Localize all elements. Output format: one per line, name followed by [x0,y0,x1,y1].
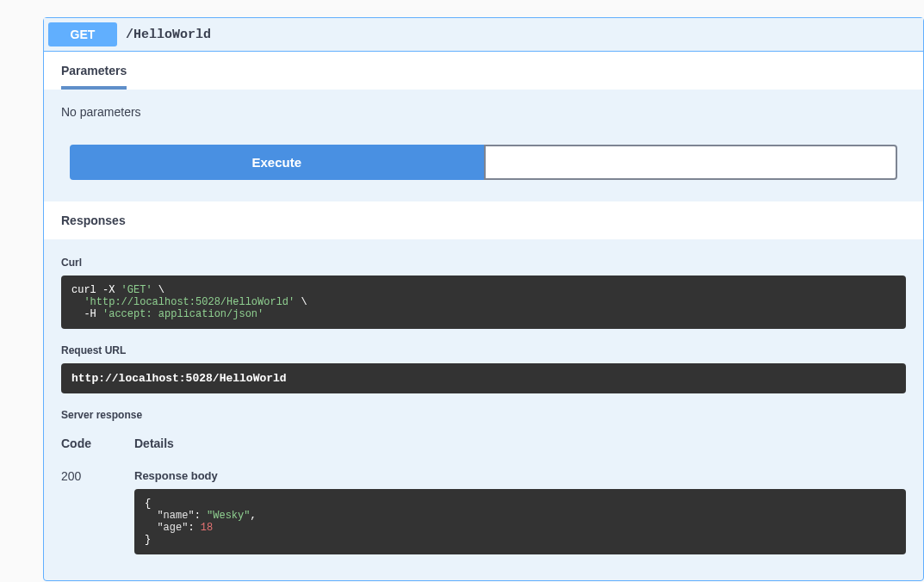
curl-url: 'http://localhost:5028/HelloWorld' [71,296,295,308]
json-close: } [145,534,151,546]
response-body-json: { "name": "Wesky", "age": 18 } [134,489,906,554]
curl-block: curl -X 'GET' \ 'http://localhost:5028/H… [61,276,906,329]
request-url-block: http://localhost:5028/HelloWorld [61,363,906,393]
method-badge: GET [48,22,117,46]
execute-button[interactable]: Execute [70,145,484,180]
execute-row: Execute [44,145,923,201]
curl-accept: 'accept: application/json' [102,308,264,320]
curl-bs2: \ [295,296,307,308]
status-code: 200 [61,469,134,554]
json-age-key: "age" [157,522,188,534]
operation-block: GET /HelloWorld Parameters No parameters… [43,17,924,581]
response-row: 200 Response body { "name": "Wesky", "ag… [61,461,906,563]
responses-header: Responses [44,201,923,239]
response-table-head: Code Details [61,428,906,461]
curl-method: 'GET' [121,284,152,296]
request-url-label: Request URL [61,344,906,356]
endpoint-path: /HelloWorld [126,28,211,42]
operation-body: Parameters No parameters Execute Respons… [44,51,923,580]
json-name-key: "name" [157,510,194,522]
curl-label: Curl [61,257,906,269]
server-response-label: Server response [61,409,906,421]
curl-prefix: curl -X [71,284,121,296]
responses-body: Curl curl -X 'GET' \ 'http://localhost:5… [44,239,923,580]
json-age-val: 18 [201,522,213,534]
clear-button[interactable] [484,145,898,180]
operation-summary[interactable]: GET /HelloWorld [44,18,923,51]
json-open: { [145,498,151,510]
tab-header: Parameters [44,52,923,90]
code-header: Code [61,436,134,450]
response-body-label: Response body [134,469,906,482]
curl-bs1: \ [152,284,164,296]
tab-parameters[interactable]: Parameters [61,52,127,90]
parameters-box: No parameters [44,90,923,145]
no-parameters-text: No parameters [61,105,906,119]
json-name-val: "Wesky" [207,510,250,522]
curl-hflag: -H [71,308,102,320]
details-header: Details [134,436,906,450]
response-details: Response body { "name": "Wesky", "age": … [134,469,906,554]
